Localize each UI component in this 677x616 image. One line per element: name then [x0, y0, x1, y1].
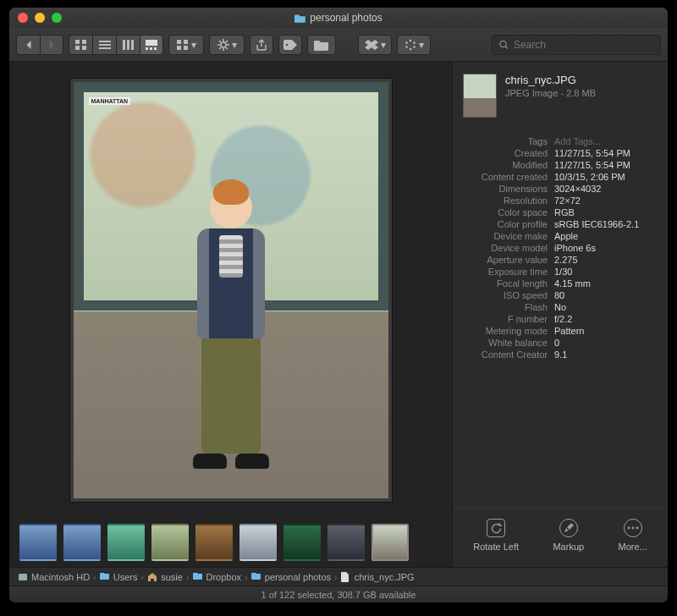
folder-icon: [314, 39, 329, 51]
thumbnail[interactable]: [19, 524, 57, 561]
back-button[interactable]: [16, 35, 40, 55]
search-input[interactable]: [514, 39, 653, 51]
add-tags-field[interactable]: Add Tags...: [554, 136, 658, 146]
chevron-right-icon: ›: [140, 572, 144, 582]
meta-key: Color space: [463, 207, 548, 217]
chevron-right-icon: ›: [93, 572, 96, 582]
icon-view-button[interactable]: [69, 35, 92, 55]
markup-icon: [559, 519, 578, 537]
dropbox-button[interactable]: ▾: [358, 35, 392, 55]
more-actions-button[interactable]: More...: [619, 519, 647, 552]
info-thumbnail: [463, 74, 497, 118]
share-icon: [256, 39, 267, 51]
meta-value: 4.15 mm: [554, 278, 658, 289]
thumbnail[interactable]: [283, 524, 321, 561]
svg-point-29: [413, 41, 416, 44]
path-segment[interactable]: chris_nyc.JPG: [341, 572, 415, 582]
path-segment[interactable]: susie: [147, 572, 183, 582]
path-segment[interactable]: personal photos: [251, 572, 331, 582]
svg-rect-11: [146, 47, 148, 50]
file-kind-size: JPEG Image - 2.8 MB: [505, 88, 596, 98]
svg-rect-7: [123, 40, 125, 50]
search-field[interactable]: [492, 35, 661, 55]
column-view-button[interactable]: [116, 35, 140, 55]
meta-value: Pattern: [554, 326, 658, 336]
path-label: Users: [113, 572, 138, 582]
path-label: personal photos: [265, 572, 331, 582]
folder-icon: [100, 572, 110, 582]
meta-key: Modified: [463, 160, 548, 170]
svg-rect-14: [177, 40, 181, 44]
svg-point-31: [409, 47, 411, 50]
toolbar: ▾ ▾ ▾ ▾: [9, 28, 668, 62]
preview-image[interactable]: [70, 79, 392, 502]
svg-rect-16: [177, 46, 181, 50]
list-view-button[interactable]: [92, 35, 116, 55]
arrange-button[interactable]: ▾: [168, 35, 204, 55]
svg-rect-9: [131, 40, 134, 50]
info-header: chris_nyc.JPG JPEG Image - 2.8 MB: [453, 62, 668, 121]
svg-rect-10: [146, 40, 157, 46]
thumbnail[interactable]: [107, 524, 145, 561]
finder-window: personal photos ▾ ▾ ▾ ▾: [8, 7, 669, 603]
meta-key: Content created: [463, 172, 548, 182]
thumbnail-strip: [9, 518, 452, 567]
svg-rect-39: [19, 574, 27, 580]
tags-button[interactable]: [278, 35, 302, 55]
close-window-button[interactable]: [18, 13, 28, 23]
meta-key: Device model: [463, 243, 548, 253]
thumbnail[interactable]: [63, 524, 101, 561]
svg-rect-0: [75, 40, 80, 44]
gallery-view-button[interactable]: [140, 35, 163, 55]
svg-rect-3: [82, 46, 86, 50]
svg-rect-1: [82, 40, 86, 44]
home-icon: [147, 572, 157, 582]
chevron-right-icon: ›: [245, 572, 248, 582]
more-icon: [624, 519, 642, 537]
window-title-text: personal photos: [310, 12, 382, 24]
path-segment[interactable]: Dropbox: [193, 572, 242, 582]
meta-key: Resolution: [463, 195, 548, 206]
meta-value: f/2.2: [554, 314, 658, 324]
thumbnail[interactable]: [195, 524, 233, 561]
meta-key: White balance: [463, 338, 548, 348]
quick-actions: Rotate Left Markup More...: [453, 508, 668, 567]
meta-value: 3024×4032: [554, 184, 658, 194]
meta-key: Metering mode: [463, 326, 548, 336]
meta-value: Apple: [554, 231, 658, 241]
markup-button[interactable]: Markup: [553, 519, 584, 552]
meta-value: RGB: [554, 207, 658, 217]
minimize-window-button[interactable]: [35, 13, 45, 23]
folder-icon: [251, 572, 261, 582]
dropbox-sync-button[interactable]: ▾: [397, 35, 431, 55]
maximize-window-button[interactable]: [52, 13, 62, 23]
meta-key: Flash: [463, 302, 548, 312]
thumbnail[interactable]: [239, 524, 277, 561]
svg-rect-13: [154, 47, 157, 50]
thumbnail[interactable]: [372, 524, 409, 561]
svg-line-24: [226, 47, 228, 49]
path-segment[interactable]: Users: [100, 572, 138, 582]
status-bar: 1 of 122 selected, 308.7 GB available: [9, 586, 668, 602]
path-segment[interactable]: Macintosh HD: [18, 572, 90, 582]
share-button[interactable]: [250, 35, 273, 55]
thumbnail[interactable]: [327, 524, 365, 561]
meta-key: Created: [463, 148, 548, 158]
meta-key: Dimensions: [463, 184, 548, 194]
path-label: Dropbox: [206, 572, 242, 582]
rotate-left-button[interactable]: Rotate Left: [473, 519, 519, 552]
svg-line-23: [219, 41, 221, 42]
path-label: Macintosh HD: [31, 572, 90, 582]
new-folder-button[interactable]: [307, 35, 336, 55]
folder-icon: [294, 13, 306, 23]
nav-buttons: [16, 35, 63, 55]
meta-key: Content Creator: [463, 349, 548, 360]
chevron-right-icon: ›: [186, 572, 190, 582]
info-pane: chris_nyc.JPG JPEG Image - 2.8 MB Tags A…: [452, 62, 668, 567]
svg-point-28: [409, 39, 411, 41]
action-button[interactable]: ▾: [209, 35, 245, 55]
forward-button[interactable]: [40, 35, 63, 55]
meta-value: 10/3/15, 2:06 PM: [554, 172, 658, 182]
thumbnail[interactable]: [151, 524, 189, 561]
meta-value: 2.275: [554, 255, 658, 265]
